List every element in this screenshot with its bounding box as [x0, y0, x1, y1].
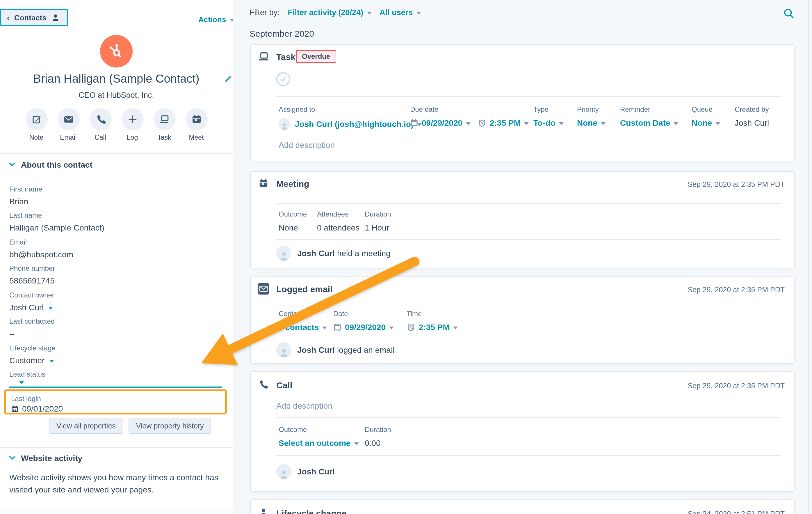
call-outcome-dropdown[interactable]: Select an outcome — [279, 438, 358, 448]
lifecycle-stage-dropdown[interactable]: Customer — [9, 355, 225, 366]
scrollbar[interactable] — [809, 0, 812, 514]
task-priority: Priority None — [577, 105, 606, 128]
filter-activity-dropdown[interactable]: Filter activity (20/24) — [288, 8, 372, 17]
filter-users-dropdown[interactable]: All users — [380, 8, 421, 17]
back-button-label: Contacts — [14, 13, 47, 22]
divider — [276, 96, 781, 97]
back-to-contacts-button[interactable]: ‹ Contacts — [0, 9, 68, 26]
calendar-icon — [333, 323, 342, 331]
property-buttons-row: View all properties View property histor… — [49, 418, 211, 434]
clock-icon — [477, 118, 486, 127]
website-activity-section-header[interactable]: Website activity — [9, 454, 82, 463]
contact-owner-dropdown[interactable]: Josh Curl — [9, 302, 225, 313]
log-button[interactable]: Log — [119, 108, 146, 141]
meeting-card-title: Meeting — [276, 179, 309, 189]
contacted-dropdown[interactable]: 0 contacts — [279, 323, 327, 332]
divider — [276, 306, 781, 306]
quick-actions-row: Note Email Call Log — [0, 108, 233, 141]
task-card-title: Task — [276, 52, 295, 62]
field-last-contacted: Last contacted -- — [9, 317, 225, 339]
field-email: Email bh@hubspot.com — [9, 238, 225, 260]
meeting-card: Meeting Sep 29, 2020 at 2:35 PM PDT Outc… — [250, 171, 794, 268]
chevron-down-icon — [49, 359, 54, 362]
reminder-dropdown[interactable]: Custom Date — [620, 118, 678, 128]
actions-dropdown[interactable]: Actions — [198, 15, 234, 24]
priority-dropdown[interactable]: None — [577, 118, 606, 128]
chevron-down-icon — [716, 122, 720, 125]
call-duration: Duration 0:00 — [365, 426, 391, 448]
call-button[interactable]: Call — [87, 108, 114, 141]
avatar — [276, 464, 291, 479]
contact-avatar — [100, 35, 133, 67]
task-laptop-icon — [258, 51, 269, 62]
search-icon[interactable] — [783, 7, 794, 19]
email-contacted: Contacted 0 contacts — [279, 310, 327, 332]
avatar — [276, 342, 291, 357]
field-first-name: First name Brian — [9, 185, 225, 207]
divider — [276, 417, 781, 418]
meet-button[interactable]: Meet — [183, 108, 210, 141]
queue-dropdown[interactable]: None — [692, 118, 720, 128]
avatar — [276, 246, 291, 261]
contact-sidebar: ‹ Contacts Actions Brian Hal — [0, 0, 233, 514]
type-dropdown[interactable]: To-do — [533, 118, 563, 128]
assigned-to-dropdown[interactable]: Josh Curl (josh@hightouch.io) — [279, 118, 422, 130]
meeting-timestamp: Sep 29, 2020 at 2:35 PM PDT — [688, 181, 785, 189]
logged-email-card: Logged email Sep 29, 2020 at 2:35 PM PDT… — [250, 276, 794, 364]
task-laptop-icon — [159, 114, 170, 125]
chevron-down-icon — [466, 122, 470, 125]
chevron-down-icon — [48, 306, 53, 309]
note-button[interactable]: Note — [23, 108, 50, 141]
view-all-properties-button[interactable]: View all properties — [49, 418, 123, 434]
chevron-down-icon — [322, 326, 327, 329]
section-chevron-icon — [9, 456, 15, 460]
back-chevron-icon: ‹ — [7, 13, 9, 22]
email-time: Time 2:35 PM — [407, 310, 458, 332]
divider — [276, 203, 781, 204]
task-add-description[interactable]: Add description — [279, 140, 335, 150]
due-date-dropdown[interactable]: 09/29/2020 — [422, 118, 462, 128]
field-last-name: Last name Halligan (Sample Contact) — [9, 211, 225, 233]
edit-pencil-icon[interactable] — [224, 75, 233, 83]
hubspot-contact-page: ‹ Contacts Actions Brian Hal — [0, 0, 812, 514]
call-footer: Josh Curl — [276, 464, 335, 479]
task-type: Type To-do — [533, 105, 563, 128]
view-property-history-button[interactable]: View property history — [128, 418, 211, 434]
meeting-duration: Duration 1 Hour — [365, 210, 391, 232]
actions-label: Actions — [198, 15, 226, 24]
calendar-icon — [410, 119, 418, 127]
meeting-footer: Josh Curl held a meeting — [276, 246, 390, 261]
task-queue: Queue None — [692, 105, 720, 128]
divider — [0, 511, 233, 511]
lead-status-dropdown[interactable] — [19, 381, 24, 384]
last-login-value: 09/01/2020 — [22, 404, 63, 413]
chevron-down-icon — [354, 442, 358, 445]
task-complete-checkbox[interactable] — [276, 72, 290, 86]
lifecycle-timestamp: Sep 24, 2020 at 2:51 PM PDT — [688, 510, 785, 514]
email-date-dropdown[interactable]: 09/29/2020 — [345, 323, 386, 332]
email-time-dropdown[interactable]: 2:35 PM — [419, 323, 450, 332]
hubspot-sprocket-icon — [108, 43, 125, 60]
divider — [0, 153, 233, 154]
contact-subtitle: CEO at HubSpot, Inc. — [0, 91, 233, 100]
overdue-badge: Overdue — [296, 50, 336, 63]
email-button[interactable]: Email — [55, 108, 82, 141]
chevron-down-icon — [524, 122, 529, 125]
activity-timeline-panel: Filter by: Filter activity (20/24) All u… — [233, 0, 812, 514]
about-section-header[interactable]: About this contact — [9, 160, 92, 169]
call-add-description[interactable]: Add description — [276, 401, 332, 410]
chevron-down-icon — [389, 326, 394, 329]
task-assigned-to: Assigned to Josh Curl (josh@hightouch.io… — [279, 105, 422, 130]
divider — [0, 447, 233, 448]
call-card-title: Call — [276, 380, 292, 390]
person-icon — [259, 508, 268, 514]
field-contact-owner: Contact owner Josh Curl — [9, 291, 225, 313]
section-chevron-icon — [9, 162, 15, 167]
avatar — [279, 118, 290, 130]
meeting-outcome: Outcome None — [279, 210, 307, 232]
field-lifecycle-stage: Lifecycle stage Customer — [9, 344, 225, 366]
task-button[interactable]: Task — [151, 108, 178, 141]
due-time-dropdown[interactable]: 2:35 PM — [490, 118, 521, 128]
envelope-badge-icon — [258, 283, 269, 295]
website-activity-description: Website activity shows you how many time… — [9, 471, 227, 496]
